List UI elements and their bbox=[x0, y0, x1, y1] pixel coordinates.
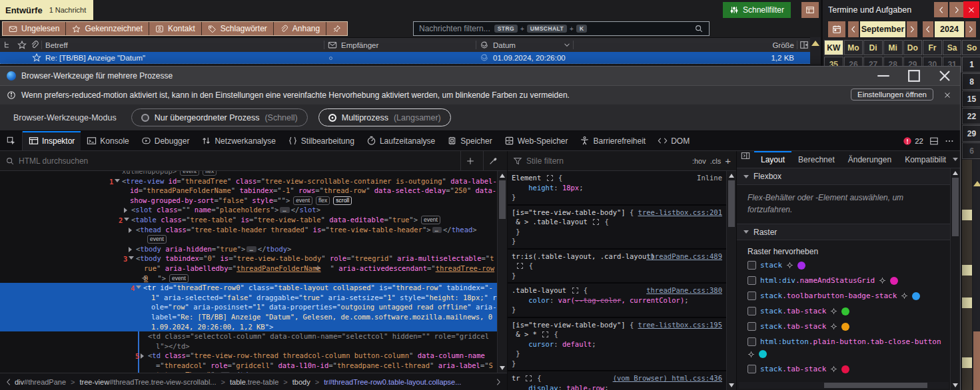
add-node-button[interactable] bbox=[460, 151, 479, 170]
badge-event[interactable]: event bbox=[180, 171, 199, 176]
scroll-up-icon[interactable] bbox=[500, 174, 505, 178]
filter-button-anhang[interactable]: Anhang bbox=[274, 22, 326, 35]
grid-color-swatch[interactable] bbox=[841, 365, 849, 373]
scroll-down-icon[interactable] bbox=[729, 383, 734, 387]
badge-event[interactable]: event bbox=[421, 216, 440, 224]
star-icon[interactable] bbox=[32, 52, 41, 63]
grid-color-swatch[interactable] bbox=[797, 262, 805, 270]
grid-color-swatch[interactable] bbox=[841, 307, 849, 315]
expand-badge[interactable]: … bbox=[280, 207, 289, 213]
breadcrumb-item[interactable]: table.tree-table bbox=[230, 378, 278, 386]
tab-console[interactable]: Konsole bbox=[81, 131, 135, 150]
maximize-button[interactable] bbox=[899, 67, 929, 85]
twisty-icon[interactable] bbox=[141, 353, 144, 359]
class-toggle[interactable]: .cls bbox=[710, 157, 722, 165]
scrollbar-thumb[interactable] bbox=[824, 383, 927, 388]
markup-line[interactable]: 3<tbody tabindex="0" is="tree-view-table… bbox=[0, 254, 497, 283]
filter-button-pin[interactable] bbox=[326, 22, 347, 35]
markup-search-input[interactable] bbox=[19, 156, 456, 166]
tab-network[interactable]: Netzwerkanalyse bbox=[195, 131, 281, 150]
twisty-icon[interactable] bbox=[115, 179, 120, 182]
twisty-icon[interactable] bbox=[124, 218, 129, 221]
attachment-column-icon[interactable] bbox=[30, 38, 39, 52]
column-header-betreff[interactable]: Betreff bbox=[45, 38, 68, 52]
grid-checkbox[interactable] bbox=[747, 365, 756, 373]
sidebar-toggle-icon[interactable] bbox=[737, 151, 754, 160]
panel-prev-button[interactable] bbox=[934, 2, 948, 17]
add-rule-button[interactable]: + bbox=[725, 155, 731, 166]
badge-event[interactable]: event bbox=[293, 196, 312, 205]
grid-color-swatch[interactable] bbox=[841, 323, 849, 331]
meatball-menu-icon[interactable] bbox=[945, 136, 954, 146]
next-year-button[interactable] bbox=[965, 21, 976, 37]
grid-toggle-icon[interactable] bbox=[572, 288, 578, 293]
twisty-icon[interactable] bbox=[136, 286, 141, 289]
scroll-down-icon[interactable] bbox=[953, 383, 958, 387]
star-column-icon[interactable] bbox=[17, 38, 27, 52]
pick-element-button[interactable] bbox=[0, 131, 23, 150]
calendar-year[interactable]: 2024 bbox=[935, 21, 964, 37]
next-month-button[interactable] bbox=[907, 21, 917, 37]
markup-line[interactable]: 5<td class="tree-view-row-thread threadc… bbox=[0, 351, 497, 373]
markup-view[interactable]: xulmenupopup>eventflex1<tree-view id="th… bbox=[0, 171, 507, 373]
grid-section-header[interactable]: Raster bbox=[737, 224, 951, 240]
message-row[interactable]: Re: [TB/BB] Anzeige "Datum" 01.09.2024, … bbox=[0, 52, 810, 64]
sidebar-tab-berechnet[interactable]: Berechnet bbox=[791, 151, 841, 168]
expand-badge[interactable]: … bbox=[221, 372, 230, 373]
mode-option-nur-übergeordneter-prozess[interactable]: Nur übergeordneter Prozess(Schnell) bbox=[131, 108, 308, 126]
grid-checkbox[interactable] bbox=[747, 292, 756, 300]
badge-scroll[interactable]: scroll bbox=[333, 196, 352, 205]
tab-memory[interactable]: Speicher bbox=[441, 131, 498, 150]
column-header-empfaenger[interactable]: Empfänger bbox=[341, 38, 378, 52]
badge-event[interactable]: event bbox=[147, 235, 167, 244]
close-button[interactable] bbox=[929, 67, 960, 85]
breadcrumb-forward-icon[interactable] bbox=[492, 377, 504, 387]
grid-toggle-icon[interactable] bbox=[593, 219, 599, 225]
twisty-icon[interactable] bbox=[129, 256, 134, 260]
message-list-scrollbar[interactable] bbox=[810, 37, 821, 64]
tab-overflow-icon[interactable] bbox=[953, 151, 963, 168]
twisty-icon[interactable] bbox=[129, 228, 132, 233]
grid-color-swatch[interactable] bbox=[759, 350, 767, 358]
markup-line[interactable]: xulmenupopup>eventflex bbox=[0, 171, 497, 176]
tab-accessibility[interactable]: Barrierefreiheit bbox=[574, 131, 652, 150]
layout-horizontal-scrollbar[interactable] bbox=[739, 382, 949, 389]
calendar-today-button[interactable] bbox=[828, 21, 845, 37]
devtools-titlebar[interactable]: Browser-Werkzeuge für mehrere Prozesse bbox=[0, 67, 960, 85]
grid-checkbox[interactable] bbox=[747, 276, 756, 285]
breadcrumb-item[interactable]: tbody bbox=[292, 378, 310, 386]
tab-dom[interactable]: DOM bbox=[652, 131, 696, 150]
flexbox-section-header[interactable]: Flexbox bbox=[737, 168, 951, 185]
grid-checkbox[interactable] bbox=[747, 261, 756, 270]
tab-inspector[interactable]: Inspektor bbox=[23, 131, 81, 150]
calendar-day-cell[interactable]: 8 bbox=[962, 73, 980, 90]
column-header-datum[interactable]: Datum bbox=[493, 38, 516, 52]
prev-year-button[interactable] bbox=[923, 21, 933, 37]
scroll-up-icon[interactable] bbox=[729, 174, 734, 178]
grid-color-swatch[interactable] bbox=[912, 292, 920, 300]
markup-line[interactable]: 1<tree-view id="threadTree" class="tree-… bbox=[0, 176, 497, 206]
grid-toggle-icon[interactable] bbox=[542, 331, 548, 337]
grid-checkbox[interactable] bbox=[747, 337, 756, 346]
filter-button-schlagwörter[interactable]: Schlagwörter bbox=[202, 22, 274, 35]
folder-tab-entwuerfe[interactable]: Entwürfe 1 Nachricht bbox=[0, 0, 93, 20]
twisty-icon[interactable] bbox=[124, 208, 127, 213]
calendar-month[interactable]: September bbox=[860, 21, 905, 37]
sidebar-tab-änderungen[interactable]: Änderungen bbox=[841, 151, 898, 168]
split-console-icon[interactable] bbox=[929, 136, 939, 146]
tab-performance[interactable]: Laufzeitanalyse bbox=[360, 131, 441, 150]
markup-line[interactable]: 4<tr id="threadTree-row0" class="table-l… bbox=[0, 283, 497, 331]
prev-month-button[interactable] bbox=[848, 21, 859, 37]
twisty-icon[interactable] bbox=[129, 247, 132, 252]
calendar-day-cell[interactable]: 15 bbox=[962, 91, 980, 107]
panel-close-button[interactable] bbox=[963, 1, 979, 18]
rules-scrollbar[interactable] bbox=[726, 171, 736, 390]
markup-line[interactable]: 2<table class="tree-table" is="tree-view… bbox=[0, 215, 497, 225]
grid-toggle-icon[interactable] bbox=[517, 263, 523, 269]
error-count-badge[interactable]: 22 bbox=[903, 136, 923, 146]
scrollbar-thumb[interactable] bbox=[728, 180, 735, 227]
quick-filter-button[interactable]: Schnellfilter bbox=[723, 2, 791, 18]
filter-button-ungelesen[interactable]: Ungelesen bbox=[3, 22, 66, 35]
stylesheet-link[interactable]: (vom Browser) html.css:436 bbox=[613, 373, 722, 383]
column-picker-icon[interactable] bbox=[799, 38, 809, 52]
